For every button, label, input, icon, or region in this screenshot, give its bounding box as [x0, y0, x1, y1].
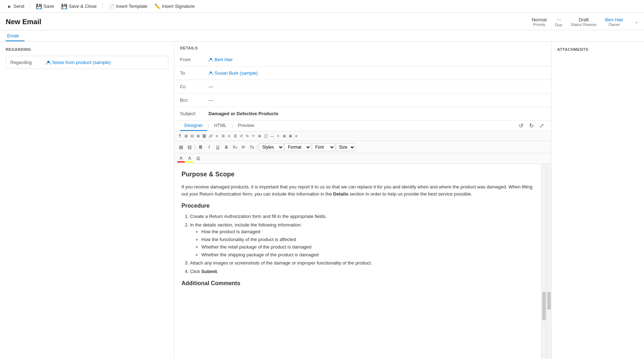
- tab-preview[interactable]: Preview: [233, 121, 258, 131]
- rte-divider-1: [195, 144, 195, 150]
- redo-button[interactable]: ↻: [528, 122, 535, 130]
- list-item: Whether the shipping package of the prod…: [201, 251, 534, 258]
- subject-value[interactable]: Damaged or Defective Products: [208, 111, 279, 116]
- rte-btn-undo2[interactable]: ↺: [238, 132, 244, 140]
- rte-btn-table[interactable]: ⊞: [195, 132, 201, 140]
- editor-scrollbar-thumb: [542, 292, 546, 320]
- insert-signature-button[interactable]: ✏️ Insert Signature: [152, 2, 197, 11]
- tab-email[interactable]: Email: [6, 30, 25, 41]
- editor-outer-scrollbar-thumb: [547, 292, 551, 310]
- save-close-button[interactable]: 💾 Save & Close: [58, 2, 100, 11]
- insert-template-button[interactable]: 📄 Insert Template: [106, 2, 151, 11]
- header-meta: Normal Priority ··· Due Draft Status Rea…: [532, 16, 638, 27]
- editor-content-wrapper: Purpose & Scope If you receive damaged p…: [174, 164, 551, 359]
- contact-icon: [46, 60, 51, 65]
- content-ul: How the product is damaged How the funct…: [190, 228, 534, 258]
- chevron-down-icon[interactable]: ⌄: [635, 19, 638, 24]
- from-contact-icon: [208, 57, 213, 62]
- rte-toolbar-row2: ⊞ ⊟ B I U S X₂ X² Tx Styles Format Font …: [174, 141, 551, 153]
- rte-btn-more5[interactable]: ≡: [294, 132, 299, 140]
- rte-underline-button[interactable]: U: [214, 143, 222, 151]
- rte-btn-para[interactable]: ¶: [177, 132, 183, 140]
- rte-highlight-button[interactable]: A: [186, 155, 194, 162]
- attachments-section-title: ATTACHMENTS: [557, 47, 638, 52]
- list-item: In the details section, include the foll…: [190, 221, 534, 258]
- cc-label: Cc: [180, 84, 208, 89]
- page-header: New Email Normal Priority ··· Due Draft …: [0, 13, 644, 30]
- rte-subscript-button[interactable]: X₂: [231, 143, 239, 151]
- rte-btn-redo2[interactable]: ↻: [244, 132, 250, 140]
- status-meta: Draft Status Reason: [571, 17, 597, 27]
- rte-btn-justify[interactable]: ☰: [232, 132, 238, 140]
- subject-field: Subject Damaged or Defective Products: [174, 107, 551, 121]
- subject-label: Subject: [180, 111, 208, 116]
- bcc-label: Bcc: [180, 97, 208, 103]
- tab-html[interactable]: HTML: [210, 121, 231, 131]
- rte-indent-decrease[interactable]: ⊟: [186, 143, 194, 151]
- editor-content[interactable]: Purpose & Scope If you receive damaged p…: [174, 164, 541, 359]
- tab-bar: Email: [0, 30, 644, 42]
- to-field: To Susan Burk (sample): [174, 66, 551, 80]
- rte-font-color-button[interactable]: A: [177, 155, 185, 162]
- rte-btn-cut[interactable]: ✄: [250, 132, 256, 140]
- cc-value[interactable]: ---: [208, 84, 213, 89]
- rte-btn-link[interactable]: 🔗: [207, 132, 214, 140]
- rte-btn-more4[interactable]: ⊠: [287, 132, 293, 140]
- regarding-field-row: Regarding Noise from product (sample): [6, 56, 168, 69]
- tab-designer[interactable]: Designer: [180, 121, 207, 131]
- regarding-value[interactable]: Noise from product (sample): [46, 60, 111, 65]
- rte-btn-align-center[interactable]: ☰: [220, 132, 226, 140]
- rte-btn-paste[interactable]: 📋: [263, 132, 269, 140]
- rte-clearformat-button[interactable]: Tx: [248, 143, 256, 151]
- rte-indent-increase[interactable]: ⊞: [177, 143, 185, 151]
- priority-value: Normal: [532, 17, 547, 22]
- format-select[interactable]: Format: [285, 143, 311, 151]
- toolbar-divider-2: [102, 3, 103, 10]
- attachments-panel: ATTACHMENTS: [551, 42, 644, 359]
- rte-strikethrough-button[interactable]: S: [222, 143, 230, 151]
- priority-label: Priority: [532, 22, 547, 27]
- regarding-panel: REGARDING Regarding Noise from product (…: [0, 42, 174, 359]
- rte-superscript-button[interactable]: X²: [239, 143, 247, 151]
- styles-select[interactable]: Styles: [259, 143, 284, 151]
- owner-value: Bert Hair: [605, 17, 623, 22]
- save-close-icon: 💾: [61, 4, 67, 9]
- rte-btn-copy[interactable]: ⧉: [257, 132, 262, 140]
- rte-btn-more1[interactable]: —: [269, 132, 275, 140]
- rte-omega-button[interactable]: Ω: [194, 155, 202, 162]
- from-value[interactable]: Bert Hair: [208, 57, 233, 62]
- rte-bold-button[interactable]: B: [197, 143, 205, 151]
- undo-button[interactable]: ↺: [517, 122, 525, 130]
- template-icon: 📄: [109, 4, 115, 9]
- expand-button[interactable]: ⤢: [538, 122, 545, 130]
- rte-btn-grid[interactable]: ⊟: [189, 132, 195, 140]
- rte-btn-img[interactable]: 🖼: [201, 132, 207, 140]
- rte-btn-more2[interactable]: ×: [275, 132, 281, 140]
- status-label: Status Reason: [571, 22, 597, 27]
- editor-scrollbar[interactable]: [541, 164, 546, 359]
- rte-italic-button[interactable]: I: [205, 143, 213, 151]
- signature-icon: ✏️: [154, 4, 160, 9]
- rte-btn-more3[interactable]: ⊞: [281, 132, 287, 140]
- size-select[interactable]: Size: [336, 143, 355, 151]
- list-item: How the functionality of the product is …: [201, 236, 534, 243]
- page-title: New Email: [6, 18, 41, 26]
- details-panel: DETAILS From Bert Hair To Susan Burk (sa…: [174, 42, 551, 359]
- rte-btn-source[interactable]: ⊞: [183, 132, 189, 140]
- font-select[interactable]: Font: [312, 143, 335, 151]
- save-button[interactable]: 💾 Save: [33, 2, 57, 11]
- due-meta: ··· Due: [555, 16, 562, 27]
- regarding-label: Regarding: [10, 60, 46, 65]
- send-button[interactable]: ► Send: [4, 2, 27, 11]
- bcc-value[interactable]: ---: [208, 97, 213, 103]
- rte-btn-align-left[interactable]: ≡: [214, 132, 220, 140]
- list-item: Click Submit.: [190, 268, 534, 275]
- list-item: Create a Return Authorization form and f…: [190, 213, 534, 220]
- status-value: Draft: [571, 17, 597, 22]
- send-icon: ►: [7, 4, 12, 9]
- editor-outer-scrollbar[interactable]: [546, 164, 551, 359]
- to-value[interactable]: Susan Burk (sample): [208, 70, 258, 76]
- tab-divider-2: |: [231, 121, 233, 130]
- editor-tabs: Designer | HTML | Preview ↺ ↻ ⤢: [174, 121, 551, 131]
- rte-btn-align-right[interactable]: ≡: [226, 132, 232, 140]
